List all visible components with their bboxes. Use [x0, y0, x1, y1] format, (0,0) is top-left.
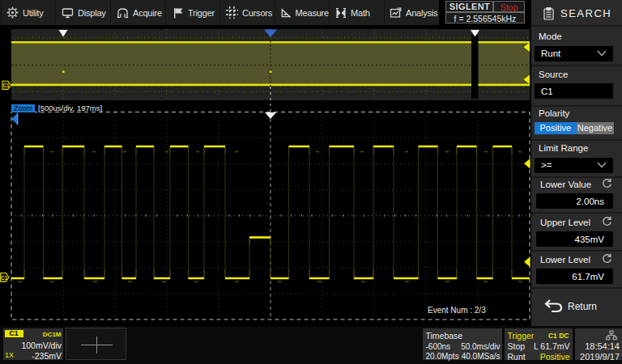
svg-text:C1: C1: [2, 83, 10, 88]
svg-text:C1: C1: [1, 275, 8, 281]
